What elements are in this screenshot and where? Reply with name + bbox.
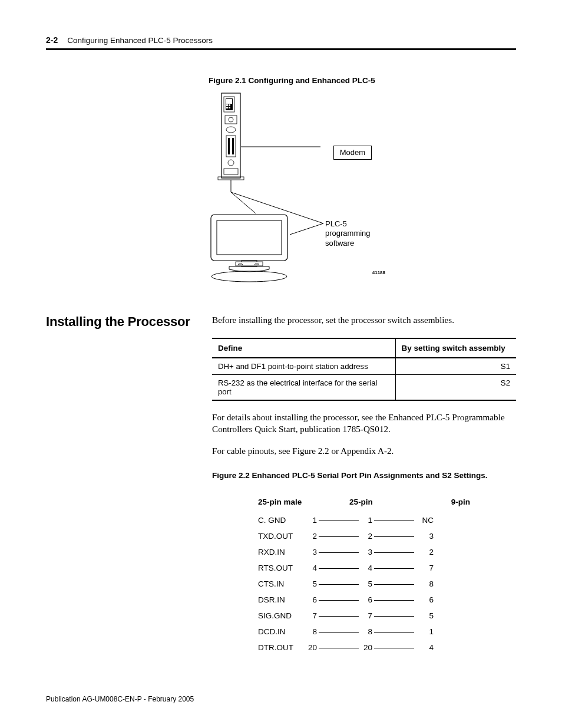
intro-paragraph: Before installing the processor, set the…	[212, 314, 516, 326]
svg-point-14	[228, 160, 234, 166]
pin-num-25: 7	[305, 611, 317, 620]
pin-connector-line	[374, 584, 414, 585]
table-cell: S1	[395, 358, 516, 375]
pin-num-25b: 4	[361, 564, 372, 572]
pin-num-25b: 1	[361, 516, 372, 525]
pin-num-9: 6	[416, 595, 434, 604]
pin-num-25: 2	[305, 532, 317, 541]
pin-num-25: 6	[305, 595, 317, 604]
pin-header-25pin-male: 25-pin male	[258, 498, 317, 506]
pin-row: CTS.IN558	[258, 576, 470, 592]
pin-connector-line	[319, 616, 359, 617]
pin-row: SIG.GND775	[258, 608, 470, 624]
pin-connector-line	[374, 648, 414, 648]
svg-rect-3	[226, 99, 232, 104]
pin-signal-name: DSR.IN	[258, 595, 305, 604]
pin-num-25: 4	[305, 564, 317, 572]
pin-connector-line	[374, 536, 414, 537]
figure-2-caption: Figure 2.2 Enhanced PLC-5 Serial Port Pi…	[212, 471, 516, 480]
svg-rect-4	[226, 104, 228, 106]
pin-signal-name: DTR.OUT	[258, 643, 305, 652]
pin-num-25: 8	[305, 627, 317, 636]
svg-rect-12	[228, 138, 230, 154]
header-rule	[46, 48, 516, 50]
table-header-define: Define	[212, 338, 395, 358]
table-cell: RS-232 as the electrical interface for t…	[212, 375, 395, 401]
pin-connector-line	[319, 600, 359, 601]
paragraph-details: For details about installing the process…	[212, 411, 516, 435]
pin-num-25: 1	[305, 516, 317, 525]
pin-connector-line	[319, 568, 359, 569]
svg-rect-7	[229, 107, 230, 108]
pin-connector-line	[374, 632, 414, 633]
pin-num-9: 5	[416, 611, 434, 620]
svg-rect-11	[226, 136, 236, 157]
software-label: PLC-5 programming software	[325, 219, 371, 248]
svg-rect-15	[224, 169, 238, 174]
pin-row: RTS.OUT447	[258, 560, 470, 576]
svg-point-9	[229, 117, 233, 122]
pin-num-25: 20	[305, 643, 317, 652]
pin-connector-line	[374, 616, 414, 617]
pin-num-9: 2	[416, 548, 434, 556]
pin-header-9pin: 9-pin	[405, 498, 470, 506]
pin-num-25b: 20	[361, 643, 372, 652]
pin-connector-line	[374, 521, 414, 521]
svg-point-10	[226, 127, 236, 133]
pin-connector-line	[319, 632, 359, 633]
pin-connector-line	[374, 600, 414, 601]
pin-num-9: NC	[416, 516, 434, 525]
pin-num-25: 5	[305, 579, 317, 588]
pin-num-25b: 3	[361, 548, 372, 556]
table-row: DH+ and DF1 point-to-point station addre…	[212, 358, 516, 375]
pin-signal-name: DCD.IN	[258, 627, 305, 636]
figure-1-svg	[209, 91, 515, 282]
pin-connector-line	[374, 568, 414, 569]
table-header-assembly: By setting switch assembly	[395, 338, 516, 358]
pin-assignment-figure: 25-pin male 25-pin 9-pin C. GND11NCTXD.O…	[212, 498, 516, 655]
svg-point-21	[211, 271, 287, 282]
figure-1: Modem PLC-5 programming software 41188	[209, 91, 515, 282]
pin-signal-name: TXD.OUT	[258, 532, 305, 541]
pin-num-25b: 5	[361, 579, 372, 588]
pin-row: TXD.OUT223	[258, 528, 470, 544]
pin-connector-line	[319, 584, 359, 585]
pin-signal-name: RXD.IN	[258, 548, 305, 556]
figure-1-refnum: 41188	[372, 270, 385, 275]
pin-num-9: 3	[416, 532, 434, 541]
pin-num-25b: 2	[361, 532, 372, 541]
pin-num-25b: 8	[361, 627, 372, 636]
svg-rect-5	[229, 104, 230, 106]
pin-num-25b: 6	[361, 595, 372, 604]
pin-connector-line	[319, 648, 359, 648]
svg-rect-18	[211, 215, 287, 261]
pin-signal-name: RTS.OUT	[258, 564, 305, 572]
pin-signal-name: C. GND	[258, 516, 305, 525]
pin-num-9: 8	[416, 579, 434, 588]
table-row: RS-232 as the electrical interface for t…	[212, 375, 516, 401]
pin-connector-line	[319, 552, 359, 553]
pin-num-9: 1	[416, 627, 434, 636]
pin-row: DSR.IN666	[258, 592, 470, 608]
pin-row: RXD.IN332	[258, 544, 470, 560]
pin-num-9: 7	[416, 564, 434, 572]
table-cell: DH+ and DF1 point-to-point station addre…	[212, 358, 395, 375]
running-head: Configuring Enhanced PLC-5 Processors	[67, 36, 213, 45]
pin-connector-line	[374, 552, 414, 553]
section-heading: Installing the Processor	[46, 314, 192, 330]
paragraph-pinouts: For cable pinouts, see Figure 2.2 or App…	[212, 445, 516, 457]
table-cell: S2	[395, 375, 516, 401]
pin-signal-name: CTS.IN	[258, 579, 305, 588]
modem-label: Modem	[333, 146, 372, 160]
pin-signal-name: SIG.GND	[258, 611, 305, 620]
pin-connector-line	[319, 521, 359, 521]
publication-footer: Publication AG-UM008C-EN-P - February 20…	[46, 695, 194, 703]
svg-rect-8	[225, 116, 237, 124]
pin-header-25pin: 25-pin	[317, 498, 405, 506]
svg-rect-13	[232, 138, 234, 154]
switch-table: Define By setting switch assembly DH+ an…	[212, 338, 516, 401]
pin-num-25: 3	[305, 548, 317, 556]
pin-connector-line	[319, 536, 359, 537]
pin-num-25b: 7	[361, 611, 372, 620]
svg-rect-6	[226, 107, 228, 108]
